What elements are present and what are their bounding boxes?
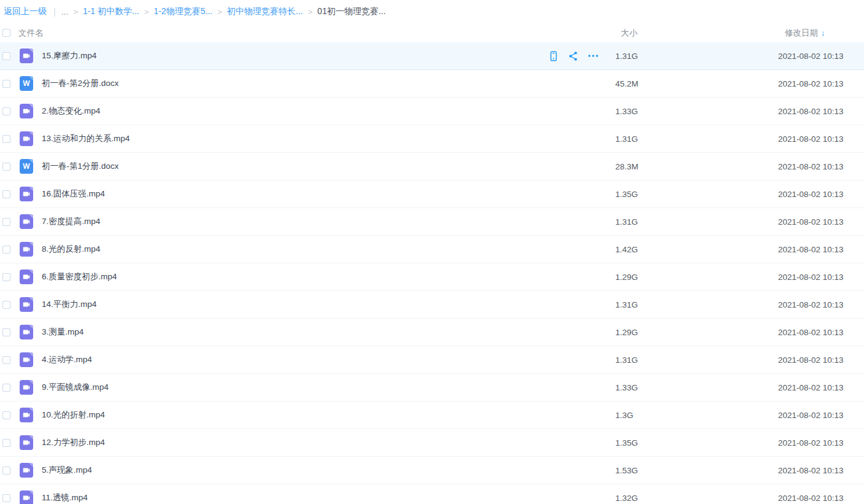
table-row[interactable]: 6.质量密度初步.mp4 <box>0 263 864 291</box>
file-size: 28.3M <box>615 162 778 171</box>
sort-descending-icon[interactable]: ↓ <box>821 28 825 37</box>
select-all-checkbox[interactable] <box>2 29 10 37</box>
breadcrumb-collapsed-root[interactable]: ... <box>61 7 69 17</box>
table-row[interactable]: 14.平衡力.mp4 <box>0 291 864 319</box>
row-checkbox[interactable] <box>2 107 10 115</box>
file-name[interactable]: 8.光的反射.mp4 <box>42 244 547 255</box>
row-checkbox[interactable] <box>2 439 10 447</box>
column-header-date-label: 修改日期 <box>785 28 818 39</box>
video-file-icon <box>20 297 33 312</box>
breadcrumb-separator-icon: > <box>217 7 222 17</box>
share-icon <box>567 50 579 62</box>
file-size: 1.35G <box>615 438 778 448</box>
row-checkbox[interactable] <box>2 356 10 364</box>
file-name[interactable]: 11.透镜.mp4 <box>42 492 547 503</box>
row-checkbox[interactable] <box>2 467 10 475</box>
file-name[interactable]: 初一春-第2分册.docx <box>42 78 547 89</box>
file-name[interactable]: 4.运动学.mp4 <box>42 354 547 365</box>
file-name[interactable]: 2.物态变化.mp4 <box>42 106 547 117</box>
row-checkbox[interactable] <box>2 135 10 143</box>
table-row[interactable]: 8.光的反射.mp4 <box>0 236 864 263</box>
row-checkbox[interactable] <box>2 384 10 392</box>
breadcrumb-link[interactable]: 1-1 初中数学... <box>83 6 139 17</box>
file-size: 1.33G <box>615 107 778 116</box>
row-checkbox[interactable] <box>2 163 10 171</box>
table-row[interactable]: 11.透镜.mp4 <box>0 484 864 504</box>
file-date: 2021-08-02 10:13 <box>778 383 864 392</box>
video-camera-icon <box>22 383 31 392</box>
table-row[interactable]: 5.声现象.mp4 <box>0 457 864 484</box>
video-camera-icon <box>22 245 31 254</box>
column-header-date[interactable]: 修改日期 ↓ <box>778 28 864 39</box>
file-name[interactable]: 14.平衡力.mp4 <box>42 299 547 310</box>
file-name[interactable]: 9.平面镜成像.mp4 <box>42 382 547 393</box>
file-list: 15.摩擦力.mp4 <box>0 42 864 504</box>
back-to-parent-link[interactable]: 返回上一级 <box>4 6 47 17</box>
file-name[interactable]: 10.光的折射.mp4 <box>42 409 547 421</box>
row-checkbox[interactable] <box>2 328 10 336</box>
table-row[interactable]: 12.力学初步.mp4 <box>0 429 864 457</box>
more-actions-button[interactable] <box>586 50 599 63</box>
file-date: 2021-08-02 10:13 <box>778 411 864 420</box>
table-row[interactable]: W 初一春-第2分册.docx <box>0 70 864 98</box>
file-date: 2021-08-02 10:13 <box>778 162 864 171</box>
video-file-icon <box>20 435 33 450</box>
row-checkbox[interactable] <box>2 301 10 309</box>
row-checkbox[interactable] <box>2 80 10 88</box>
video-camera-icon <box>22 466 31 475</box>
table-header: 文件名 大小 修改日期 ↓ <box>0 23 864 42</box>
row-checkbox[interactable] <box>2 494 10 502</box>
file-name[interactable]: 初一春-第1分册.docx <box>42 161 547 172</box>
phone-icon <box>548 50 559 62</box>
file-name[interactable]: 5.声现象.mp4 <box>42 465 547 476</box>
row-checkbox[interactable] <box>2 190 10 198</box>
file-size: 1.33G <box>615 383 778 392</box>
table-row[interactable]: 7.密度提高.mp4 <box>0 208 864 236</box>
breadcrumb-separator-icon: > <box>308 7 313 17</box>
file-name[interactable]: 16.固体压强.mp4 <box>42 188 547 200</box>
video-file-icon <box>20 104 33 118</box>
table-row[interactable]: 4.运动学.mp4 <box>0 346 864 374</box>
file-size: 1.31G <box>615 300 778 309</box>
row-checkbox[interactable] <box>2 218 10 226</box>
breadcrumb-link[interactable]: 初中物理竞赛特长... <box>227 6 303 17</box>
table-row[interactable]: 16.固体压强.mp4 <box>0 180 864 208</box>
breadcrumb-separator-icon: > <box>73 7 78 17</box>
column-header-size[interactable]: 大小 <box>615 28 778 39</box>
file-name[interactable]: 12.力学初步.mp4 <box>42 437 547 448</box>
table-row[interactable]: W 初一春-第1分册.docx <box>0 153 864 180</box>
file-size: 1.29G <box>615 273 778 282</box>
table-row[interactable]: 13.运动和力的关系.mp4 <box>0 125 864 153</box>
file-date: 2021-08-02 10:13 <box>778 52 864 61</box>
row-checkbox[interactable] <box>2 411 10 419</box>
video-file-icon <box>20 131 33 146</box>
file-size: 1.31G <box>615 52 778 61</box>
table-row[interactable]: 10.光的折射.mp4 <box>0 401 864 429</box>
table-row[interactable]: 2.物态变化.mp4 <box>0 98 864 125</box>
file-name[interactable]: 7.密度提高.mp4 <box>42 216 547 227</box>
row-checkbox[interactable] <box>2 273 10 281</box>
table-row[interactable]: 9.平面镜成像.mp4 <box>0 374 864 401</box>
video-camera-icon <box>22 328 31 336</box>
share-button[interactable] <box>567 50 580 63</box>
video-camera-icon <box>22 273 31 281</box>
send-to-phone-button[interactable] <box>547 50 560 63</box>
table-row[interactable]: 3.测量.mp4 <box>0 319 864 346</box>
breadcrumb-link[interactable]: 1-2物理竞赛5... <box>154 6 212 17</box>
file-size: 1.29G <box>615 328 778 337</box>
file-size: 1.31G <box>615 134 778 144</box>
video-file-icon <box>20 352 33 367</box>
file-size: 1.3G <box>615 411 778 420</box>
file-name[interactable]: 3.测量.mp4 <box>42 327 547 338</box>
file-name[interactable]: 15.摩擦力.mp4 <box>42 50 547 61</box>
video-file-icon <box>20 380 33 395</box>
breadcrumb-current-folder: 01初一物理竞赛... <box>317 6 386 17</box>
video-camera-icon <box>22 217 31 226</box>
file-name[interactable]: 13.运动和力的关系.mp4 <box>42 133 547 144</box>
row-checkbox[interactable] <box>2 52 10 60</box>
breadcrumb: 返回上一级 | ... >1-1 初中数学...>1-2物理竞赛5...>初中物… <box>0 0 864 23</box>
column-header-filename: 文件名 <box>18 28 615 39</box>
file-name[interactable]: 6.质量密度初步.mp4 <box>42 271 547 282</box>
table-row[interactable]: 15.摩擦力.mp4 <box>0 42 864 70</box>
row-checkbox[interactable] <box>2 246 10 254</box>
